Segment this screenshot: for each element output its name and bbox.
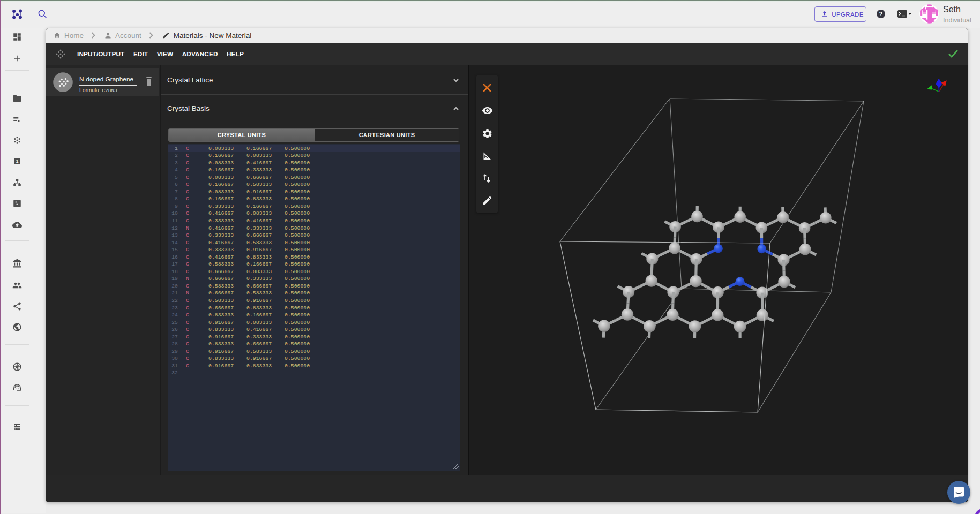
svg-text:1: 1 [16, 159, 19, 164]
